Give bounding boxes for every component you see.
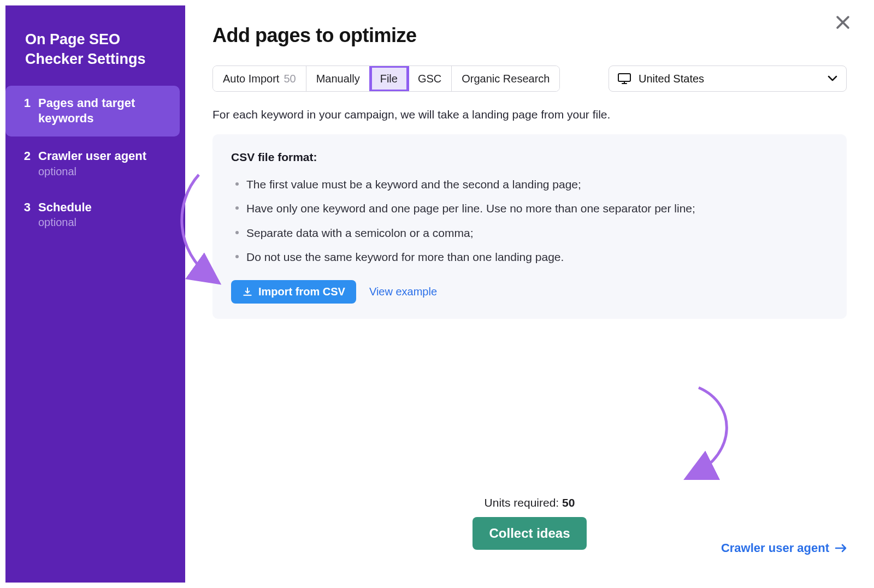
step-number: 3 — [21, 200, 31, 216]
page-title: Add pages to optimize — [212, 24, 847, 47]
view-example-link[interactable]: View example — [369, 286, 437, 298]
tab-label: File — [380, 73, 398, 85]
list-item: Do not use the same keyword for more tha… — [231, 245, 828, 269]
close-button[interactable] — [834, 13, 852, 32]
tab-label: GSC — [418, 73, 441, 85]
step-number: 1 — [21, 96, 31, 111]
step-sublabel: optional — [38, 216, 92, 229]
sidebar-step-pages-keywords[interactable]: 1 Pages and target keywords — [5, 86, 180, 136]
sidebar-step-crawler-agent[interactable]: 2 Crawler user agent optional — [5, 139, 180, 188]
top-bar: Auto Import 50 Manually File GSC Organic… — [212, 66, 847, 92]
button-label: Import from CSV — [258, 286, 345, 298]
tab-organic-research[interactable]: Organic Research — [452, 66, 559, 91]
card-actions: Import from CSV View example — [231, 280, 828, 304]
csv-card-title: CSV file format: — [231, 151, 828, 164]
tab-manually[interactable]: Manually — [306, 66, 370, 91]
svg-rect-0 — [618, 74, 630, 81]
next-step-label: Crawler user agent — [721, 541, 829, 555]
units-value: 50 — [562, 496, 575, 509]
tab-label: Auto Import — [223, 73, 279, 85]
tab-label: Manually — [316, 73, 360, 85]
list-item: Separate data with a semicolon or a comm… — [231, 221, 828, 245]
description-text: For each keyword in your campaign, we wi… — [212, 108, 847, 121]
units-label: Units required: — [485, 496, 562, 509]
list-item: Have only one keyword and one page per l… — [231, 197, 828, 221]
annotation-arrow-to-collect — [660, 382, 742, 480]
country-select[interactable]: United States — [609, 66, 847, 92]
sidebar-title: On Page SEO Checker Settings — [0, 29, 185, 86]
step-label: Crawler user agent — [38, 149, 146, 164]
sidebar-step-schedule[interactable]: 3 Schedule optional — [5, 190, 180, 239]
step-label: Schedule — [38, 200, 92, 216]
desktop-icon — [618, 73, 631, 84]
tab-gsc[interactable]: GSC — [408, 66, 452, 91]
chevron-down-icon — [828, 75, 837, 82]
arrow-right-icon — [835, 543, 848, 553]
download-icon — [242, 287, 253, 298]
csv-rules-list: The first value must be a keyword and th… — [231, 173, 828, 269]
step-label: Pages and target keywords — [38, 96, 169, 127]
tab-label: Organic Research — [462, 73, 550, 85]
tab-file[interactable]: File — [370, 66, 408, 91]
next-step-link[interactable]: Crawler user agent — [721, 541, 848, 555]
csv-format-card: CSV file format: The first value must be… — [212, 134, 847, 319]
tab-count: 50 — [284, 73, 296, 85]
import-method-tabs: Auto Import 50 Manually File GSC Organic… — [212, 66, 560, 92]
app-shell: On Page SEO Checker Settings 1 Pages and… — [0, 0, 874, 588]
close-icon — [834, 13, 852, 32]
step-sublabel: optional — [38, 165, 146, 178]
collect-ideas-button[interactable]: Collect ideas — [473, 517, 586, 550]
list-item: The first value must be a keyword and th… — [231, 173, 828, 197]
tab-auto-import[interactable]: Auto Import 50 — [213, 66, 306, 91]
import-csv-button[interactable]: Import from CSV — [231, 280, 356, 304]
footer: Units required: 50 Collect ideas Crawler… — [185, 496, 874, 588]
units-required: Units required: 50 — [485, 496, 575, 509]
step-number: 2 — [21, 149, 31, 164]
country-label: United States — [639, 73, 704, 85]
sidebar: On Page SEO Checker Settings 1 Pages and… — [0, 0, 185, 588]
